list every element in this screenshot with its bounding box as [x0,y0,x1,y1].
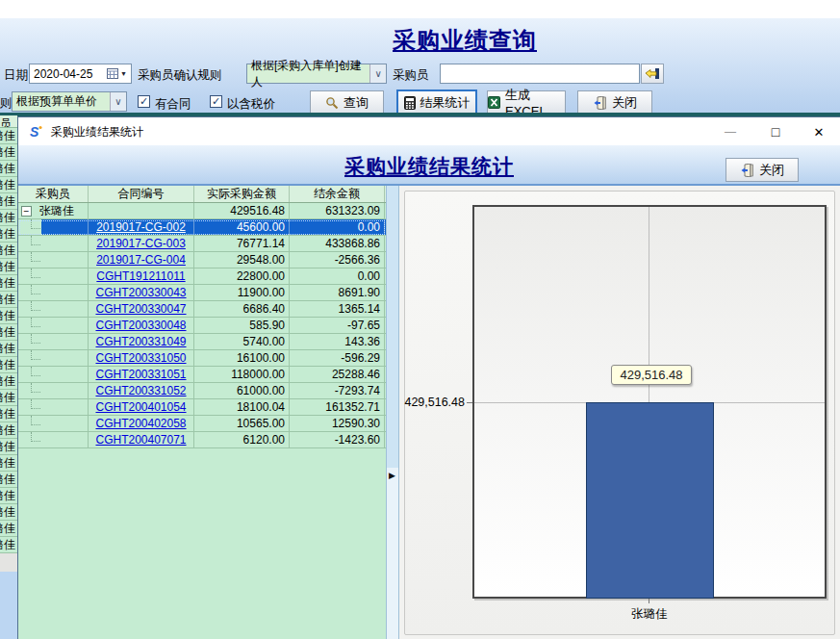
tree-cell: − 张璐佳 [18,203,89,218]
table-row[interactable]: CGHT19121101122800.000.00 [18,268,386,285]
table-row[interactable]: 2019017-CG-00376771.14433868.86 [18,236,386,252]
contract-link[interactable]: CGHT200330043 [95,286,186,299]
tree-cell [18,252,89,268]
maximize-button[interactable]: □ [761,121,790,142]
group-contract-cell [89,203,194,218]
table-row[interactable]: CGHT20033105016100.00-596.29 [18,350,386,367]
contract-cell: CGHT191211011 [89,268,194,284]
top-white-band [0,0,840,18]
tree-cell [18,383,89,398]
contract-link[interactable]: CGHT200401054 [95,400,186,414]
contract-link[interactable]: 2019017-CG-002 [96,220,186,234]
table-header-row: 采购员 合同编号 实际采购金额 结余金额 [18,186,386,203]
query-button[interactable]: 查询 [310,90,384,115]
table-row[interactable]: CGHT2003300476686.401365.14 [18,301,386,318]
tax-price-label: 以含税价 [227,96,275,113]
stats-button[interactable]: 结果统计 [396,89,477,115]
actual-amount-cell: 76771.14 [194,236,290,251]
contract-link[interactable]: CGHT200330048 [95,319,186,332]
calendar-icon[interactable] [107,68,118,79]
balance-cell: -1423.60 [290,432,385,447]
excel-button[interactable]: 生成EXCEL [487,90,566,115]
dialog-close-button[interactable]: 关闭 [725,158,799,182]
background-row-fragment: 璐佳 [0,439,17,455]
panel-splitter[interactable]: ▶ [386,186,399,639]
has-contract-label: 有合同 [155,96,191,113]
group-actual-amount: 429516.48 [194,203,290,218]
column-header-contract[interactable]: 合同编号 [89,186,194,202]
contract-link[interactable]: CGHT200331051 [95,368,186,381]
table-row[interactable]: CGHT20040205810565.0012590.30 [18,416,386,432]
table-row[interactable]: 2019017-CG-00245600.000.00 [18,219,386,236]
confirm-rule-value: 根据[采购入库单]创建人 [251,58,369,90]
balance-cell: 433868.86 [290,236,385,251]
column-header-buyer[interactable]: 采购员 [18,186,89,202]
buyer-select-button[interactable] [641,64,664,84]
background-header-fragment: 员 [0,115,17,128]
table-row[interactable]: 2019017-CG-00429548.00-2566.36 [18,252,386,268]
background-row-fragment: 璐佳 [0,161,17,177]
table-row[interactable]: CGHT200330048585.90-97.65 [18,318,386,334]
actual-amount-cell: 6120.00 [194,432,290,447]
tree-collapse-icon[interactable]: − [21,206,32,217]
contract-link[interactable]: CGHT200331049 [95,335,186,348]
background-row-fragment: 璐佳 [0,275,17,292]
buyer-input[interactable] [440,64,640,84]
x-tick [649,599,649,603]
contract-link[interactable]: CGHT191211011 [96,269,185,283]
main-close-button[interactable]: 关闭 [577,90,652,115]
date-input[interactable]: 2020-04-25 ▼ [29,64,132,84]
contract-cell: CGHT200401054 [89,399,194,415]
balance-cell: -97.65 [290,318,385,333]
contract-link[interactable]: CGHT200407071 [95,433,186,447]
tax-price-checkbox[interactable]: ✓ [210,95,222,108]
splitter-arrow-icon[interactable]: ▶ [389,471,395,480]
background-row-fragment: 璐佳 [0,455,17,472]
column-header-balance[interactable]: 结余金额 [290,186,385,202]
table-row[interactable]: CGHT20033004311900.008691.90 [18,285,386,301]
chart-bar[interactable] [586,402,714,599]
minimize-button[interactable]: — [716,121,745,142]
exit-door-icon [593,96,607,110]
balance-cell: 161352.71 [290,399,385,415]
table-row[interactable]: CGHT2003310495740.00143.36 [18,334,386,350]
stats-button-label: 结果统计 [420,94,471,112]
main-window-title: 采购业绩查询 [383,25,547,56]
contract-link[interactable]: 2019017-CG-003 [96,237,186,250]
price-rule-combobox[interactable]: 根据预算单单价 ∨ [12,91,127,112]
bar-value-label: 429,516.48 [611,365,692,385]
contract-link[interactable]: CGHT200331050 [95,351,186,365]
background-row-fragment: 璐佳 [0,472,17,488]
chevron-down-icon[interactable]: ∨ [110,92,126,111]
balance-cell: -7293.74 [290,383,385,398]
balance-cell: 0.00 [290,268,385,284]
contract-link[interactable]: 2019017-CG-004 [96,253,186,267]
balance-cell: 0.00 [290,219,385,235]
table-row[interactable]: CGHT200331051118000.0025288.46 [18,367,386,383]
table-row[interactable]: CGHT2004070716120.00-1423.60 [18,432,386,448]
chart-panel: 429,516.48 429,516.48 张璐佳 [399,186,840,639]
dialog-titlebar[interactable]: S 采购业绩结果统计 — □ ✕ [18,118,840,145]
chevron-down-icon[interactable]: ∨ [369,64,386,83]
group-row[interactable]: − 张璐佳 429516.48 631323.09 [18,203,386,219]
actual-amount-cell: 585.90 [194,318,290,333]
has-contract-checkbox[interactable]: ✓ [138,95,150,108]
table-row[interactable]: CGHT20033105261000.00-7293.74 [18,383,386,399]
contract-link[interactable]: CGHT200330047 [95,302,186,316]
background-row-fragment: 璐佳 [0,504,17,521]
buyer-label: 采购员 [393,67,429,84]
table-row[interactable]: CGHT20040105418100.04161352.71 [18,399,386,416]
tree-cell [18,350,89,366]
contract-link[interactable]: CGHT200402058 [95,417,186,430]
screen: { "colors": { "title_navy": "#00008b", "… [0,0,840,639]
actual-amount-cell: 11900.00 [194,285,290,300]
contract-link[interactable]: CGHT200331052 [95,384,186,397]
background-row-fragment: 璐佳 [0,128,17,144]
confirm-rule-combobox[interactable]: 根据[采购入库单]创建人 ∨ [246,64,387,84]
date-dropdown-arrow-icon[interactable]: ▼ [120,70,127,77]
actual-amount-cell: 16100.00 [194,350,290,366]
column-header-actual[interactable]: 实际采购金额 [194,186,290,202]
tree-cell [18,432,89,447]
dialog-title: 采购业绩结果统计 [275,153,583,180]
close-button[interactable]: ✕ [804,121,833,142]
